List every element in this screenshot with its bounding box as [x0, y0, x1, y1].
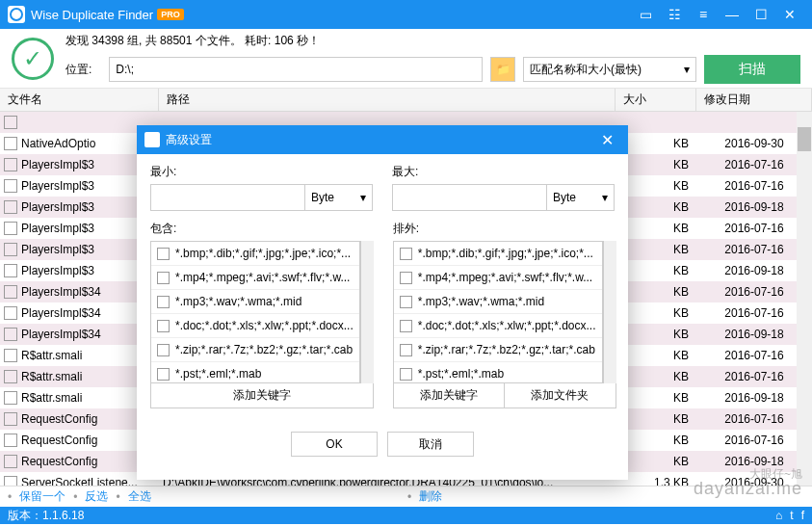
dialog-close-button[interactable]: ✕: [593, 125, 620, 154]
pattern-text: *.doc;*.dot;*.xls;*.xlw;*.ppt;*.docx...: [418, 319, 596, 332]
twitter-icon[interactable]: t: [790, 509, 793, 522]
toolbar: ✓ 发现 34398 组, 共 88501 个文件。 耗时: 106 秒！ 位置…: [0, 29, 812, 89]
location-label: 位置:: [65, 62, 92, 78]
pattern-checkbox[interactable]: [157, 368, 170, 381]
row-checkbox[interactable]: [4, 434, 17, 447]
min-size-input[interactable]: [151, 185, 304, 210]
pattern-item[interactable]: *.zip;*.rar;*.7z;*.bz2;*.gz;*.tar;*.cab: [394, 338, 602, 362]
close-icon[interactable]: ✕: [775, 0, 804, 29]
row-checkbox[interactable]: [4, 306, 17, 320]
pattern-checkbox[interactable]: [400, 296, 412, 308]
file-date: 2016-07-16: [696, 370, 812, 383]
pattern-checkbox[interactable]: [157, 320, 170, 332]
row-checkbox[interactable]: [4, 285, 17, 299]
row-checkbox[interactable]: [4, 158, 17, 171]
file-date: 2016-07-16: [696, 243, 812, 256]
pattern-item[interactable]: *.mp3;*.wav;*.wma;*.mid: [151, 290, 359, 314]
pattern-checkbox[interactable]: [157, 272, 170, 284]
max-size-input[interactable]: [393, 185, 546, 210]
min-unit-select[interactable]: Byte▾: [304, 185, 372, 210]
row-checkbox[interactable]: [4, 476, 17, 486]
row-checkbox[interactable]: [4, 264, 17, 277]
pattern-checkbox[interactable]: [400, 320, 412, 332]
match-mode-select[interactable]: 匹配名称和大小(最快) ▾: [523, 57, 696, 82]
exclude-scrollbar[interactable]: [603, 241, 616, 383]
pattern-item[interactable]: *.mp4;*.mpeg;*.avi;*.swf;*.flv;*.w...: [394, 266, 602, 290]
pattern-item[interactable]: *.zip;*.rar;*.7z;*.bz2;*.gz;*.tar;*.cab: [151, 338, 359, 362]
match-mode-value: 匹配名称和大小(最快): [530, 62, 642, 78]
facebook-icon[interactable]: f: [801, 509, 804, 522]
pattern-checkbox[interactable]: [400, 248, 412, 260]
pattern-item[interactable]: *.pst;*.eml;*.mab: [151, 362, 359, 383]
pattern-item[interactable]: *.pst;*.eml;*.mab: [394, 362, 602, 383]
delete-link[interactable]: 删除: [419, 488, 442, 505]
pattern-item[interactable]: *.bmp;*.dib;*.gif;*.jpg;*.jpe;*.ico;*...: [151, 242, 359, 266]
pattern-checkbox[interactable]: [157, 248, 170, 260]
dialog-titlebar[interactable]: 高级设置 ✕: [137, 125, 628, 154]
pattern-text: *.zip;*.rar;*.7z;*.bz2;*.gz;*.tar;*.cab: [175, 343, 353, 356]
dialog-title: 高级设置: [166, 132, 212, 148]
location-input[interactable]: [109, 57, 483, 82]
exclude-add-keyword-button[interactable]: 添加关键字: [394, 383, 504, 408]
row-checkbox[interactable]: [4, 222, 17, 235]
row-checkbox[interactable]: [4, 349, 17, 362]
select-all-link[interactable]: 全选: [128, 488, 151, 505]
browse-folder-button[interactable]: 📁: [490, 57, 515, 82]
include-add-keyword-button[interactable]: 添加关键字: [151, 383, 373, 408]
scan-button[interactable]: 扫描: [704, 55, 800, 84]
chevron-down-icon: ▾: [684, 63, 690, 76]
invert-link[interactable]: 反选: [85, 488, 108, 505]
language-icon[interactable]: ☷: [660, 0, 689, 29]
pattern-item[interactable]: *.mp3;*.wav;*.wma;*.mid: [394, 290, 602, 314]
home-icon[interactable]: ⌂: [775, 509, 782, 522]
cancel-button[interactable]: 取消: [387, 432, 474, 457]
row-checkbox[interactable]: [4, 200, 17, 214]
file-date: 2016-07-16: [696, 179, 812, 193]
row-checkbox[interactable]: [4, 137, 17, 150]
include-list: *.bmp;*.dib;*.gif;*.jpg;*.jpe;*.ico;*...…: [150, 241, 360, 383]
stats-text: 发现 34398 组, 共 88501 个文件。 耗时: 106 秒！: [65, 33, 800, 49]
maximize-icon[interactable]: ☐: [747, 0, 775, 29]
pattern-item[interactable]: *.bmp;*.dib;*.gif;*.jpg;*.jpe;*.ico;*...: [394, 242, 602, 266]
header-path[interactable]: 路径: [159, 89, 616, 111]
include-scrollbar[interactable]: [360, 241, 374, 383]
app-title: Wise Duplicate Finder: [31, 8, 153, 22]
row-checkbox[interactable]: [4, 370, 17, 383]
row-checkbox[interactable]: [4, 243, 17, 256]
version-text: 版本：1.1.6.18: [8, 508, 84, 524]
pattern-checkbox[interactable]: [400, 272, 412, 284]
vertical-scrollbar[interactable]: [797, 112, 812, 486]
pattern-checkbox[interactable]: [157, 344, 170, 356]
keep-one-link[interactable]: 保留一个: [19, 488, 65, 505]
pattern-checkbox[interactable]: [400, 368, 412, 381]
pattern-checkbox[interactable]: [400, 344, 412, 356]
advanced-settings-dialog: 高级设置 ✕ 最小: Byte▾ 最大: Byte▾ 包含:: [137, 125, 628, 480]
pattern-item[interactable]: *.doc;*.dot;*.xls;*.xlw;*.ppt;*.docx...: [394, 314, 602, 338]
file-date: 2016-09-30: [696, 476, 812, 486]
header-date[interactable]: 修改日期: [696, 89, 812, 111]
ok-button[interactable]: OK: [291, 432, 378, 457]
row-checkbox[interactable]: [4, 328, 17, 341]
row-checkbox[interactable]: [4, 116, 17, 129]
chevron-down-icon: ▾: [360, 191, 366, 204]
feedback-icon[interactable]: ▭: [631, 0, 660, 29]
pro-badge: PRO: [157, 9, 184, 20]
pattern-text: *.bmp;*.dib;*.gif;*.jpg;*.jpe;*.ico;*...: [418, 247, 593, 260]
header-name[interactable]: 文件名: [0, 89, 159, 111]
scrollbar-thumb[interactable]: [798, 127, 811, 151]
max-unit-select[interactable]: Byte▾: [546, 185, 614, 210]
menu-icon[interactable]: ≡: [689, 0, 718, 29]
row-checkbox[interactable]: [4, 179, 17, 193]
exclude-add-folder-button[interactable]: 添加文件夹: [504, 383, 615, 408]
row-checkbox[interactable]: [4, 412, 17, 426]
minimize-icon[interactable]: —: [718, 0, 747, 29]
pattern-text: *.pst;*.eml;*.mab: [418, 367, 504, 381]
pattern-item[interactable]: *.mp4;*.mpeg;*.avi;*.swf;*.flv;*.w...: [151, 266, 359, 290]
pattern-checkbox[interactable]: [157, 296, 170, 308]
row-checkbox[interactable]: [4, 455, 17, 468]
header-size[interactable]: 大小: [616, 89, 696, 111]
row-checkbox[interactable]: [4, 391, 17, 405]
exclude-label: 排外:: [393, 221, 616, 237]
pattern-item[interactable]: *.doc;*.dot;*.xls;*.xlw;*.ppt;*.docx...: [151, 314, 359, 338]
titlebar: Wise Duplicate Finder PRO ▭ ☷ ≡ — ☐ ✕: [0, 0, 812, 29]
